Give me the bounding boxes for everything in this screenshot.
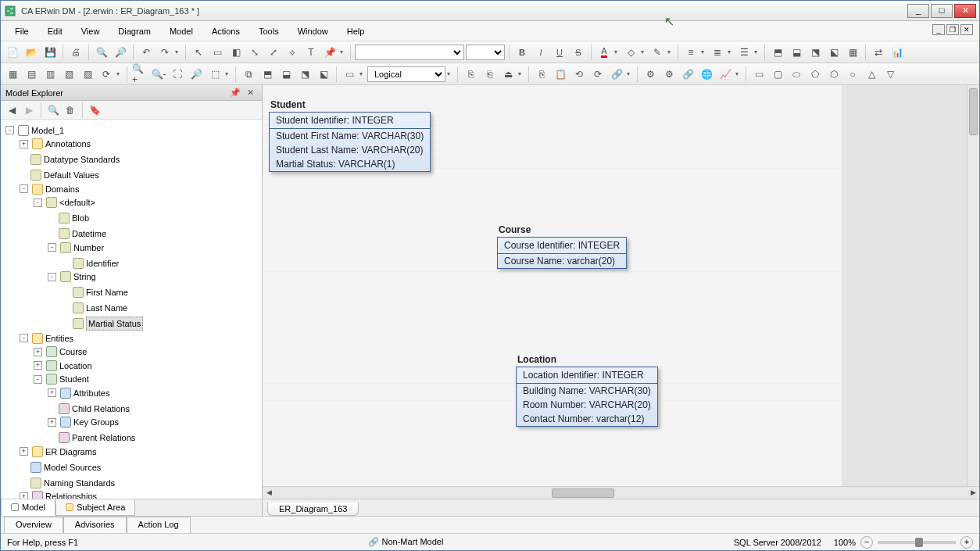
tree-martial[interactable]: Martial Status	[60, 317, 145, 331]
fontcolor-icon[interactable]: A	[596, 44, 613, 61]
tab-model[interactable]: Model	[1, 499, 55, 516]
maximize-button[interactable]: □	[931, 4, 953, 18]
print-icon[interactable]: 🖨	[67, 44, 84, 61]
fwd-icon[interactable]: ▶	[21, 102, 37, 118]
menu-model[interactable]: Model	[162, 23, 201, 39]
relation3-icon[interactable]: ⟡	[284, 44, 301, 61]
grid4-icon[interactable]: ▧	[60, 66, 77, 83]
cascade-icon[interactable]: ⧉	[240, 66, 257, 83]
entity-tool-icon[interactable]: ▭	[209, 44, 226, 61]
fillcolor-icon[interactable]: ◇	[622, 44, 639, 61]
tree-attributes[interactable]: +Attributes	[46, 387, 111, 399]
tree-view[interactable]: -Model_1 +Annotations Datatype Standards…	[1, 120, 262, 499]
tile4-icon[interactable]: ⬕	[315, 66, 332, 83]
tree-relationships[interactable]: +Relationships	[18, 490, 98, 499]
zoomin-icon[interactable]: 🔍+	[131, 66, 148, 83]
menu-diagram[interactable]: Diagram	[110, 23, 159, 39]
new-icon[interactable]: 📄	[4, 44, 21, 61]
grid3-icon[interactable]: ▥	[41, 66, 59, 83]
align-center-icon[interactable]: ≣	[709, 44, 726, 61]
shape-circle-icon[interactable]: ○	[844, 66, 861, 83]
tree-lastname[interactable]: Last Name	[60, 302, 129, 314]
find-all-icon[interactable]: 🔎	[112, 44, 129, 61]
chart-icon[interactable]: 📈	[717, 66, 734, 83]
tree-blob[interactable]: Blob	[46, 212, 91, 224]
globe-icon[interactable]: 🌐	[698, 66, 715, 83]
mdi-min-button[interactable]: _	[932, 24, 945, 35]
tree-location[interactable]: +Location	[32, 360, 94, 372]
fontsize-select[interactable]	[466, 45, 505, 60]
shape-rect-icon[interactable]: ▭	[750, 66, 767, 83]
pin-icon[interactable]: 📌	[227, 88, 244, 98]
zoom100-icon[interactable]: 🔎	[188, 66, 205, 83]
layout-icon-5[interactable]: ▦	[844, 44, 861, 61]
close-panel-icon[interactable]: ✕	[244, 88, 257, 98]
display-icon[interactable]: ▭	[341, 66, 358, 83]
pointer-icon[interactable]: ↖	[190, 44, 207, 61]
gear2-icon[interactable]: ⚙	[660, 66, 678, 83]
shape-pentagon-icon[interactable]: ⬠	[807, 66, 824, 83]
sync1-icon[interactable]: ⟲	[570, 66, 588, 83]
horizontal-scrollbar[interactable]: ◀ ▶	[263, 486, 979, 499]
hlink-icon[interactable]: 🔗	[679, 66, 696, 83]
mdi-restore-button[interactable]: ❐	[946, 24, 959, 35]
underline-icon[interactable]: U	[551, 44, 568, 61]
shape-round-icon[interactable]: ▢	[769, 66, 786, 83]
diagram-tab[interactable]: ER_Diagram_163	[267, 503, 359, 516]
menu-window[interactable]: Window	[290, 23, 336, 39]
tree-childrel[interactable]: Child Relations	[46, 403, 131, 415]
zoom-in-button[interactable]: +	[960, 536, 973, 549]
menu-actions[interactable]: Actions	[204, 23, 248, 39]
tree-modelsources[interactable]: Model Sources	[18, 461, 102, 474]
menu-help[interactable]: Help	[339, 23, 373, 39]
grid5-icon[interactable]: ▨	[79, 66, 96, 83]
zoom-out-button[interactable]: −	[860, 536, 873, 549]
redo-icon[interactable]: ↷	[156, 44, 173, 61]
tree-identifier[interactable]: Identifier	[60, 257, 120, 270]
link-icon[interactable]: 🔗	[608, 66, 625, 83]
entity-student[interactable]: Student Student Identifier: INTEGER Stud…	[269, 99, 431, 172]
scroll-right-icon[interactable]: ▶	[967, 488, 979, 499]
tree-firstname[interactable]: First Name	[60, 286, 130, 299]
align-right-icon[interactable]: ☰	[735, 44, 753, 61]
shape-triangle2-icon[interactable]: ▽	[882, 66, 899, 83]
zoom-slider[interactable]	[878, 541, 956, 544]
vertical-scrollbar[interactable]	[967, 85, 979, 486]
menu-tools[interactable]: Tools	[251, 23, 287, 39]
fe1-icon[interactable]: ⎘	[462, 66, 479, 83]
zoomfit-icon[interactable]: ⛶	[169, 66, 186, 83]
tree-number[interactable]: -Number	[46, 242, 106, 254]
tab-overview[interactable]: Overview	[4, 517, 63, 533]
diagram-canvas[interactable]: Student Student Identifier: INTEGER Stud…	[263, 85, 842, 486]
tree-parentrel[interactable]: Parent Relations	[46, 431, 137, 444]
tab-subject-area[interactable]: Subject Area	[55, 499, 135, 516]
relation2-icon[interactable]: ⤢	[265, 44, 282, 61]
view-tool-icon[interactable]: ◧	[227, 44, 245, 61]
layout-icon-1[interactable]: ⬒	[769, 44, 786, 61]
compare-icon[interactable]: ⇄	[870, 44, 887, 61]
font-select[interactable]	[355, 45, 464, 60]
tree-course[interactable]: +Course	[32, 345, 88, 358]
entity-location[interactable]: Location Location Identifier: INTEGER Bu…	[516, 354, 658, 427]
find-tree-icon[interactable]: 🔍	[45, 102, 61, 118]
tab-actionlog[interactable]: Action Log	[127, 517, 191, 533]
tile3-icon[interactable]: ⬔	[296, 66, 313, 83]
relation1-icon[interactable]: ⤡	[246, 44, 263, 61]
tree-student[interactable]: -Student	[32, 373, 91, 385]
copy-icon[interactable]: ⎘	[533, 66, 550, 83]
entity-course[interactable]: Course Course Identifier: INTEGER Course…	[497, 224, 627, 269]
tree-entities[interactable]: -Entities	[18, 332, 75, 345]
italic-icon[interactable]: I	[532, 44, 549, 61]
layout-icon-2[interactable]: ⬓	[788, 44, 805, 61]
tile1-icon[interactable]: ⬒	[259, 66, 276, 83]
pin-tool-icon[interactable]: 📌	[321, 44, 338, 61]
scroll-left-icon[interactable]: ◀	[263, 488, 275, 499]
shape-hexagon-icon[interactable]: ⬡	[825, 66, 842, 83]
linecolor-icon[interactable]: ✎	[649, 44, 666, 61]
find-icon[interactable]: 🔍	[93, 44, 110, 61]
tree-annotations[interactable]: +Annotations	[18, 138, 92, 150]
tree-naming[interactable]: Naming Standards	[18, 477, 116, 489]
tag-icon[interactable]: 🔖	[87, 102, 102, 118]
report-icon[interactable]: 📊	[889, 44, 906, 61]
tile2-icon[interactable]: ⬓	[277, 66, 295, 83]
